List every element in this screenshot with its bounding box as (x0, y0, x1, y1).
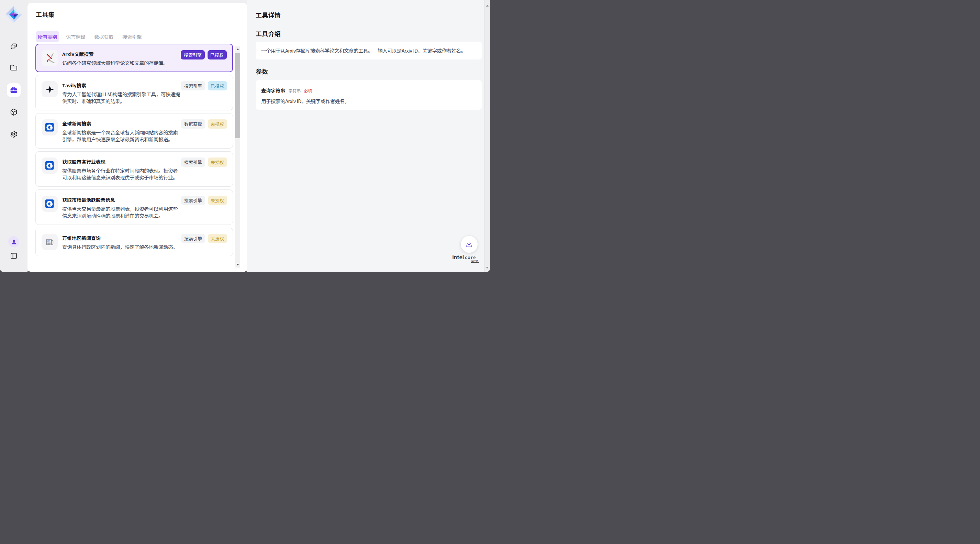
tool-category-badge: 搜索引擎 (181, 234, 205, 243)
intel-wordmark: intel (452, 253, 464, 261)
tool-description: 全球新闻搜索是一个聚合全球各大新闻网站内容的搜索引擎，帮助用户快速获取全球最新资… (62, 129, 180, 143)
tool-auth-badge: 未授权 (208, 119, 227, 129)
tool-title: 万维地区新闻查询 (62, 234, 101, 242)
param-name: 查询字符串 (261, 87, 285, 94)
tavily-star-icon (45, 85, 54, 94)
category-tab[interactable]: 所有类别 (36, 31, 59, 42)
sidebar-item-tools[interactable] (7, 83, 21, 97)
folder-icon (10, 64, 18, 72)
sidebar-item-files[interactable] (7, 61, 21, 75)
params-heading: 参数 (256, 67, 482, 76)
tool-icon: LOCAL NEW (41, 234, 58, 250)
quark-news-icon (45, 199, 54, 208)
intro-card: 一个用于从Arxiv存储库搜索科学论文和文章的工具。 输入可以是Arxiv ID… (256, 41, 482, 59)
core-wordmark: core (465, 254, 476, 260)
gear-icon (10, 130, 18, 138)
tool-title: 获取市场最活跃股票信息 (62, 196, 115, 204)
arxiv-logo-icon (45, 53, 55, 63)
sidebar-collapse-button[interactable] (10, 252, 18, 260)
tool-title: 获取股市各行业表现 (62, 158, 105, 165)
sidebar-item-settings[interactable] (7, 127, 21, 141)
tool-description: 专为人工智能代理(LLM)构建的搜索引擎工具，可快速提供实时、准确和真实的结果。 (62, 91, 180, 105)
tool-card[interactable]: 全球新闻搜索 数据获取 未授权 全球新闻搜索是一个聚合全球各大新闻网站内容的搜索… (35, 113, 233, 148)
tool-description: 提供股票市场各个行业在特定时间段内的表现。投资者可以利用这些信息来识别表现优于或… (62, 167, 180, 181)
quark-news-icon (45, 123, 54, 132)
person-icon (11, 239, 17, 245)
tool-title: 全球新闻搜索 (62, 120, 91, 127)
param-description: 用于搜索的Arxiv ID、关键字或作者姓名。 (261, 97, 476, 105)
page-title: 工具集 (36, 10, 247, 19)
tool-category-badge: 搜索引擎 (181, 81, 205, 91)
tool-card[interactable]: 获取股市各行业表现 搜索引擎 未授权 提供股票市场各个行业在特定时间段内的表现。… (35, 151, 233, 187)
tool-card[interactable]: Tavily搜索 搜索引擎 已授权 专为人工智能代理(LLM)构建的搜索引擎工具… (35, 75, 233, 110)
local-news-icon: LOCAL NEW (45, 237, 55, 247)
sidebar-item-models[interactable] (7, 105, 21, 119)
category-tab[interactable]: 语言翻译 (64, 31, 87, 42)
tool-detail-panel: 工具详情 工具介绍 一个用于从Arxiv存储库搜索科学论文和文章的工具。 输入可… (247, 0, 485, 272)
tool-category-badge: 搜索引擎 (181, 158, 205, 167)
app-window: 工具集 所有类别语言翻译数据获取搜索引擎 (0, 0, 490, 272)
tool-card[interactable]: 获取市场最活跃股票信息 搜索引擎 未授权 提供当天交易量最高的股票列表，投资者可… (35, 190, 233, 225)
detail-title: 工具详情 (256, 10, 482, 19)
param-required-badge: 必填 (304, 88, 312, 94)
list-scrollbar[interactable] (235, 46, 240, 268)
tool-icon (41, 81, 58, 97)
page-scroll-down-button[interactable] (485, 265, 490, 271)
page-scroll-up-button[interactable] (485, 3, 490, 9)
tool-description: 访问各个研究领域大量科学论文和文章的存储库。 (62, 59, 180, 66)
cube-icon (10, 108, 18, 116)
tool-auth-badge: 已授权 (208, 50, 227, 59)
list-scrollbar-thumb[interactable] (235, 53, 240, 138)
category-tabs: 所有类别语言翻译数据获取搜索引擎 (36, 31, 144, 42)
app-logo-icon (5, 6, 22, 23)
toolbox-icon (10, 86, 18, 94)
tool-description: 提供当天交易量最高的股票列表，投资者可以利用这些信息来识别流动性强的股票和潜在的… (62, 205, 180, 219)
tool-icon (41, 119, 58, 136)
intro-text: 一个用于从Arxiv存储库搜索科学论文和文章的工具。 输入可以是Arxiv ID… (261, 47, 466, 54)
tool-category-badge: 数据获取 (181, 119, 205, 129)
quark-news-icon (45, 161, 54, 170)
scroll-up-button[interactable] (235, 46, 240, 52)
tool-title: Arxiv文献搜索 (62, 50, 94, 58)
category-tab[interactable]: 搜索引擎 (120, 31, 144, 42)
tool-auth-badge: 未授权 (208, 196, 227, 205)
panel-left-icon (10, 252, 18, 260)
tool-card[interactable]: LOCAL NEW 万维地区新闻查询 搜索引擎 (35, 228, 233, 256)
sidebar (0, 0, 27, 272)
param-card: 查询字符串 字符串 必填 用于搜索的Arxiv ID、关键字或作者姓名。 (256, 80, 482, 110)
tool-card[interactable]: Arxiv文献搜索 搜索引擎 已授权 访问各个研究领域大量科学论文和文章的存储库… (35, 44, 233, 72)
scroll-down-button[interactable] (235, 262, 240, 268)
tool-list: Arxiv文献搜索 搜索引擎 已授权 访问各个研究领域大量科学论文和文章的存储库… (35, 44, 240, 272)
intel-core-ultra-logo: intel core ULTRA (452, 253, 478, 263)
ultra-badge: ULTRA (471, 260, 479, 263)
param-type: 字符串 (288, 88, 301, 94)
download-button[interactable] (461, 236, 477, 253)
toolset-panel: 工具集 所有类别语言翻译数据获取搜索引擎 (27, 3, 247, 272)
tool-auth-badge: 已授权 (208, 81, 227, 91)
category-tab[interactable]: 数据获取 (92, 31, 115, 42)
tool-icon (41, 196, 58, 212)
tool-category-badge: 搜索引擎 (181, 196, 205, 205)
user-avatar[interactable] (8, 236, 19, 247)
chat-icon (10, 43, 18, 50)
tool-icon (41, 158, 58, 174)
download-icon (465, 241, 473, 248)
intro-heading: 工具介绍 (256, 29, 482, 38)
page-scrollbar[interactable] (484, 0, 490, 272)
tool-title: Tavily搜索 (62, 81, 86, 89)
sidebar-item-chat[interactable] (7, 40, 21, 53)
tool-auth-badge: 未授权 (208, 158, 227, 167)
tool-description: 查询具体行政区划内的新闻，快速了解各地新闻动态。 (62, 244, 180, 250)
tool-auth-badge: 未授权 (208, 234, 227, 243)
tool-icon (41, 50, 58, 66)
newspaper-icon-label: NEW (48, 240, 49, 242)
tool-category-badge: 搜索引擎 (181, 50, 204, 59)
